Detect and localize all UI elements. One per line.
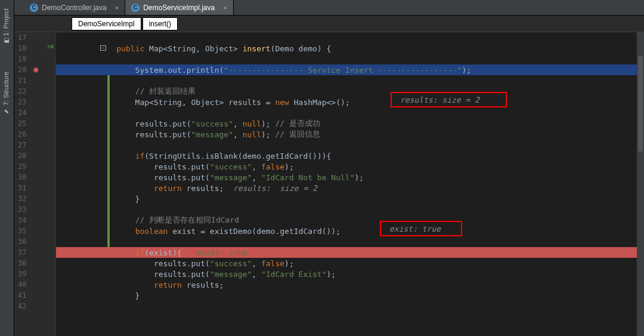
line-number: 20 (18, 66, 26, 74)
structure-icon: ⬈ (3, 108, 9, 114)
code-line[interactable] (56, 32, 644, 43)
main-area: C DemoController.java × C DemoServiceImp… (14, 0, 644, 336)
code-editor[interactable]: ↑o ● 17181920212223242526272829303132333… (14, 32, 644, 336)
line-number: 41 (18, 291, 26, 300)
gutter-row[interactable]: 40 (14, 279, 56, 290)
gutter-row[interactable]: 38 (14, 258, 56, 269)
gutter-row[interactable]: 36 (14, 236, 56, 247)
code-line[interactable] (56, 140, 644, 150)
code-line[interactable]: } (56, 290, 644, 301)
code-line[interactable]: return results; (56, 279, 644, 290)
gutter-row[interactable]: 23 (14, 97, 56, 107)
line-number: 38 (18, 259, 26, 267)
code-line[interactable] (56, 54, 644, 64)
line-number: 29 (18, 162, 26, 171)
code-line[interactable]: // 判断是否存在相同IdCard (56, 215, 644, 226)
line-number: 40 (18, 280, 26, 289)
line-number: 27 (18, 141, 26, 149)
line-number: 25 (18, 119, 26, 128)
gutter-row[interactable]: 29 (14, 161, 56, 172)
line-number: 42 (18, 302, 26, 310)
gutter-row[interactable]: 17 (14, 32, 56, 43)
breadcrumb-class[interactable]: DemoServiceImpl (72, 17, 141, 30)
tab-label: DemoController.java (42, 4, 107, 12)
code-line[interactable]: results.put("success", false); (56, 161, 644, 172)
editor-tabs: C DemoController.java × C DemoServiceImp… (14, 0, 644, 16)
gutter-row[interactable]: 21 (14, 75, 56, 86)
code-line[interactable]: System.out.println("---------------- Ser… (56, 64, 644, 75)
line-number: 26 (18, 130, 26, 138)
gutter-row[interactable]: 39 (14, 269, 56, 279)
code-line[interactable]: results.put("success", null); // 是否成功 (56, 118, 644, 129)
line-number: 39 (18, 270, 26, 278)
project-icon: ⬒ (3, 38, 9, 44)
code-line[interactable] (56, 301, 644, 312)
gutter-row[interactable]: 28 (14, 150, 56, 161)
code-line[interactable]: } (56, 193, 644, 204)
code-line[interactable]: return results; results: size = 2 (56, 183, 644, 193)
tab-democontroller[interactable]: C DemoController.java × (24, 0, 125, 15)
gutter-row[interactable]: 41 (14, 290, 56, 301)
class-icon: C (30, 4, 38, 12)
code-line[interactable]: Map<String, Object> results = new HashMa… (56, 97, 644, 107)
gutter-row[interactable]: 26 (14, 129, 56, 140)
line-number: 18 (18, 44, 26, 53)
code-line[interactable]: if(StringUtils.isBlank(demo.getIdCard())… (56, 150, 644, 161)
line-number: 17 (18, 33, 26, 42)
gutter-row[interactable]: 34 (14, 215, 56, 226)
code-line[interactable]: boolean exist = existDemo(demo.getIdCard… (56, 226, 644, 236)
line-number: 31 (18, 184, 26, 192)
code-line[interactable]: results.put("message", "IdCard Not be Nu… (56, 172, 644, 183)
toolwindow-label: 1: Project (2, 8, 10, 36)
code-line[interactable]: results.put("success", false); (56, 258, 644, 269)
gutter-row[interactable]: 24 (14, 107, 56, 118)
line-number: 21 (18, 76, 26, 85)
gutter-row[interactable]: 37 (14, 247, 56, 258)
tool-window-bar: ⬒ 1: Project ⬈ 7: Structure (0, 0, 14, 336)
code-line[interactable]: results.put("message", "IdCard Exist"); (56, 269, 644, 279)
gutter-row[interactable]: 31 (14, 183, 56, 193)
gutter-row[interactable]: 32 (14, 193, 56, 204)
code-area[interactable]: − results: size = 2 exist: true public M… (56, 32, 644, 336)
scrollbar-thumb[interactable] (638, 56, 643, 152)
tab-demoserviceimpl[interactable]: C DemoServiceImpl.java × (125, 0, 233, 15)
code-line[interactable] (56, 236, 644, 247)
line-number: 28 (18, 152, 26, 160)
gutter-row[interactable]: 33 (14, 204, 56, 215)
code-line[interactable]: results.put("message", null); // 返回信息 (56, 129, 644, 140)
code-line[interactable] (56, 107, 644, 118)
code-line[interactable]: public Map<String, Object> insert(Demo d… (56, 43, 644, 54)
line-number: 36 (18, 238, 26, 246)
code-line[interactable] (56, 204, 644, 215)
line-number: 32 (18, 195, 26, 203)
toolwindow-structure[interactable]: ⬈ 7: Structure (0, 67, 12, 119)
line-number: 24 (18, 109, 26, 117)
line-number: 30 (18, 173, 26, 181)
vertical-scrollbar[interactable] (637, 32, 644, 336)
gutter-row[interactable]: 42 (14, 301, 56, 312)
gutter-row[interactable]: 18 (14, 43, 56, 54)
gutter-row[interactable]: 30 (14, 172, 56, 183)
line-number: 33 (18, 205, 26, 214)
breadcrumb-method[interactable]: insert() (143, 17, 178, 30)
toolwindow-project[interactable]: ⬒ 1: Project (0, 4, 12, 49)
breadcrumbs: DemoServiceImpl insert() (14, 16, 644, 32)
line-number: 35 (18, 227, 26, 235)
gutter-row[interactable]: 35 (14, 226, 56, 236)
line-number: 22 (18, 87, 26, 95)
gutter-row[interactable]: 27 (14, 140, 56, 150)
toolwindow-label: 7: Structure (2, 72, 10, 106)
close-icon[interactable]: × (115, 4, 119, 11)
close-icon[interactable]: × (223, 4, 227, 11)
line-number: 34 (18, 216, 26, 224)
code-line[interactable]: // 封装返回结果 (56, 86, 644, 97)
gutter-row[interactable]: 22 (14, 86, 56, 97)
code-line[interactable]: if(exist){ exist: true (56, 247, 644, 258)
tab-label: DemoServiceImpl.java (143, 4, 215, 12)
code-line[interactable] (56, 75, 644, 86)
gutter-row[interactable]: 25 (14, 118, 56, 129)
gutter-row[interactable]: 20 (14, 64, 56, 75)
line-number: 19 (18, 55, 26, 63)
editor-gutter[interactable]: ↑o ● 17181920212223242526272829303132333… (14, 32, 56, 336)
gutter-row[interactable]: 19 (14, 54, 56, 64)
